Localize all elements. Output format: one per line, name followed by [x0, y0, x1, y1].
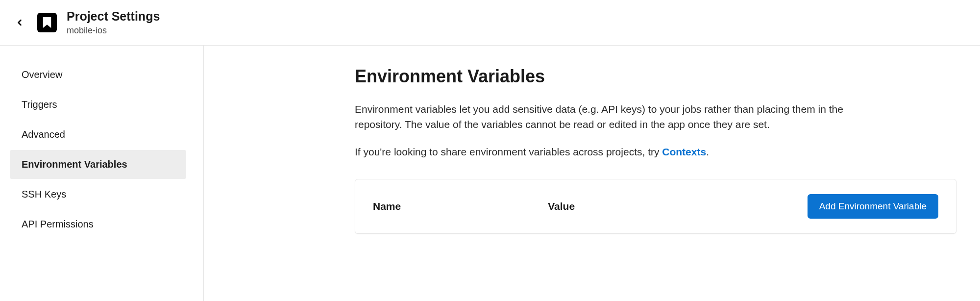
contexts-prefix: If you're looking to share environment v…: [355, 146, 662, 157]
sidebar-item-label: Overview: [22, 69, 62, 80]
section-description: Environment variables let you add sensit…: [355, 101, 845, 132]
table-columns: Name Value: [373, 201, 575, 212]
bookmark-icon: [43, 17, 51, 28]
sidebar-item-advanced[interactable]: Advanced: [10, 120, 186, 149]
contexts-suffix: .: [706, 146, 709, 157]
page-title: Project Settings: [67, 9, 160, 24]
sidebar-item-label: API Permissions: [22, 219, 94, 229]
sidebar-item-label: Advanced: [22, 129, 65, 140]
sidebar-item-ssh-keys[interactable]: SSH Keys: [10, 180, 186, 209]
section-title: Environment Variables: [355, 66, 956, 87]
back-button[interactable]: [12, 15, 27, 30]
content-area: Overview Triggers Advanced Environment V…: [0, 46, 980, 301]
chevron-left-icon: [15, 18, 24, 27]
column-header-name: Name: [373, 201, 401, 212]
page-header: Project Settings mobile-ios: [0, 0, 980, 46]
project-icon: [37, 13, 57, 32]
sidebar-item-triggers[interactable]: Triggers: [10, 90, 186, 119]
env-var-table-card: Name Value Add Environment Variable: [355, 179, 956, 234]
main-content: Environment Variables Environment variab…: [204, 46, 980, 301]
sidebar-item-label: Environment Variables: [22, 159, 127, 170]
project-name: mobile-ios: [67, 25, 160, 36]
contexts-hint: If you're looking to share environment v…: [355, 144, 956, 160]
sidebar-item-environment-variables[interactable]: Environment Variables: [10, 150, 186, 179]
contexts-link[interactable]: Contexts: [662, 146, 706, 157]
sidebar-item-overview[interactable]: Overview: [10, 60, 186, 89]
sidebar-item-label: Triggers: [22, 99, 57, 110]
sidebar: Overview Triggers Advanced Environment V…: [0, 46, 204, 301]
add-environment-variable-button[interactable]: Add Environment Variable: [808, 194, 938, 219]
sidebar-item-label: SSH Keys: [22, 189, 66, 200]
sidebar-item-api-permissions[interactable]: API Permissions: [10, 210, 186, 239]
column-header-value: Value: [548, 201, 575, 212]
header-text: Project Settings mobile-ios: [67, 9, 160, 36]
table-header: Name Value Add Environment Variable: [373, 194, 938, 219]
